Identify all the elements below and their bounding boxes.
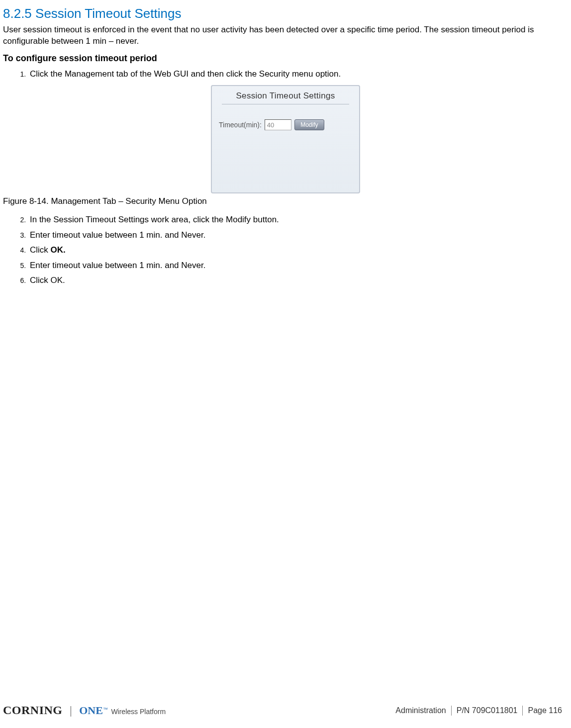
logo-separator: | (70, 704, 73, 717)
page-footer: CORNING | ONE™ Wireless Platform Adminis… (3, 704, 562, 717)
procedure-heading: To configure session timeout period (3, 53, 568, 64)
footer-left: CORNING | ONE™ Wireless Platform (3, 704, 166, 717)
footer-pn: P/N 709C011801 (457, 706, 518, 715)
corning-logo: CORNING (3, 704, 63, 717)
list-item: Click the Management tab of the Web GUI … (28, 68, 568, 81)
figure-container: Session Timeout Settings Timeout(min): M… (3, 85, 568, 193)
steps-list-top: Click the Management tab of the Web GUI … (28, 68, 568, 81)
footer-right: Administration P/N 709C011801 Page 116 (395, 706, 562, 716)
timeout-input[interactable] (265, 119, 291, 130)
intro-paragraph: User session timeout is enforced in the … (3, 24, 568, 47)
footer-separator (451, 706, 452, 716)
divider (222, 104, 349, 104)
section-title: Session Timeout Settings (35, 6, 181, 21)
list-item: Enter timeout value between 1 min. and N… (28, 229, 568, 242)
one-platform-logo: ONE™ Wireless Platform (79, 704, 166, 717)
gui-panel-title: Session Timeout Settings (219, 91, 352, 101)
footer-section: Administration (395, 706, 446, 715)
footer-separator (522, 706, 523, 716)
section-number: 8.2.5 (3, 6, 32, 21)
footer-page: Page 116 (528, 706, 562, 715)
one-text: ONE (79, 704, 103, 717)
list-item: Click OK. (28, 274, 568, 287)
list-item: In the Session Timeout Settings work are… (28, 213, 568, 226)
tm-icon: ™ (103, 706, 108, 712)
modify-button[interactable]: Modify (294, 119, 324, 130)
timeout-row: Timeout(min): Modify (219, 119, 352, 130)
gui-screenshot: Session Timeout Settings Timeout(min): M… (211, 85, 360, 193)
platform-text: Wireless Platform (111, 708, 166, 716)
steps-list-bottom: In the Session Timeout Settings work are… (28, 213, 568, 287)
list-item: Enter timeout value between 1 min. and N… (28, 259, 568, 272)
section-heading: 8.2.5 Session Timeout Settings (3, 6, 568, 21)
figure-caption: Figure 8-14. Management Tab – Security M… (3, 196, 568, 206)
timeout-label: Timeout(min): (219, 121, 262, 129)
list-item: Click OK. (28, 244, 568, 257)
